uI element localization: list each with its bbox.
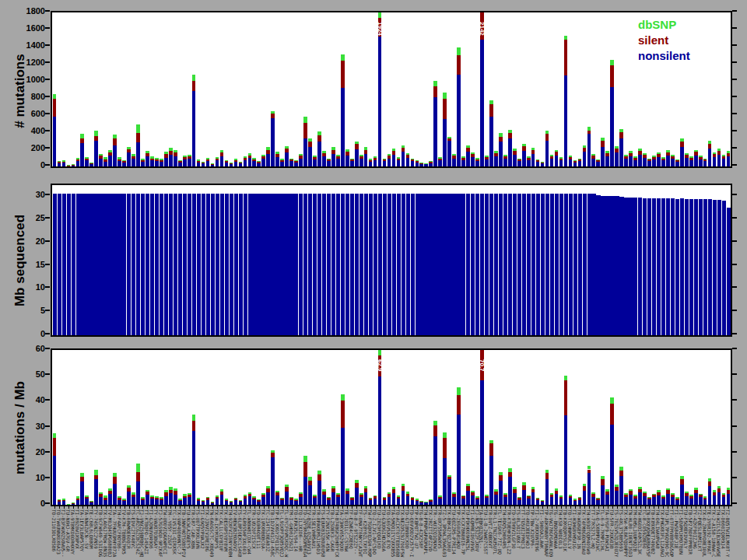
bar-segment — [345, 156, 349, 166]
bar-segment — [202, 501, 205, 502]
bar-segment — [341, 394, 345, 401]
bar-segment — [471, 154, 475, 157]
bar-segment — [220, 156, 224, 166]
x-tick-mark — [491, 505, 492, 509]
bar-segment — [610, 87, 614, 166]
bar-segment — [564, 415, 568, 505]
y-tick-mark — [732, 147, 737, 149]
bar-segment — [402, 145, 405, 148]
bar-segment — [703, 499, 707, 505]
bar-segment — [680, 476, 684, 479]
bar-segment — [266, 488, 270, 492]
bar-segment — [513, 155, 517, 166]
y-tick-mark — [732, 44, 737, 46]
bar-segment — [58, 499, 61, 501]
bar-segment — [299, 492, 303, 494]
bar-segment — [494, 153, 498, 156]
bar-segment — [331, 147, 335, 149]
x-tick-mark — [468, 505, 469, 509]
bar-segment — [374, 160, 377, 166]
bar-segment — [489, 456, 493, 505]
bar-segment — [160, 194, 163, 335]
bar-segment — [234, 194, 238, 335]
bar-segment — [564, 380, 568, 416]
bar-segment — [443, 119, 447, 166]
bar-segment — [419, 163, 423, 164]
bar-segment — [150, 156, 154, 158]
bar-segment — [322, 153, 326, 156]
bar-segment — [555, 494, 559, 505]
bar-segment — [536, 162, 540, 166]
bar-segment — [383, 159, 387, 160]
x-tick-mark — [672, 505, 673, 509]
bar-segment — [443, 99, 447, 119]
bar-segment — [541, 501, 545, 502]
x-tick-mark — [658, 505, 659, 509]
bar-segment — [216, 159, 219, 160]
x-tick-mark — [570, 505, 571, 509]
bar-segment — [596, 162, 600, 166]
x-tick-mark — [184, 505, 185, 509]
bar-segment — [545, 131, 549, 134]
y-tick-mark — [732, 425, 737, 427]
x-tick-mark — [547, 505, 548, 509]
bar-segment — [727, 208, 731, 335]
bar-segment — [289, 161, 293, 166]
bar-segment — [136, 133, 140, 142]
bar-segment — [531, 148, 535, 150]
bar-segment — [150, 495, 154, 497]
bar-segment — [638, 155, 642, 166]
bar-segment — [183, 494, 187, 495]
bar-segment — [661, 495, 665, 497]
x-tick-mark — [677, 505, 678, 509]
bar-segment — [275, 495, 279, 505]
x-tick-mark — [101, 505, 102, 509]
bar-segment — [303, 138, 307, 166]
bar-segment — [596, 160, 600, 162]
x-tick-mark — [710, 505, 710, 509]
bar-segment — [708, 199, 712, 335]
bar-segment — [99, 194, 103, 335]
bar-segment — [694, 199, 698, 335]
bar-segment — [164, 152, 168, 154]
bar-segment — [438, 497, 442, 499]
x-tick-mark — [450, 505, 451, 509]
x-tick-mark — [575, 505, 576, 509]
bar-segment — [216, 160, 219, 166]
bar-segment — [433, 86, 437, 97]
sample-id-label: TO-KPA35LY64-I4 — [294, 509, 298, 551]
bar-segment — [160, 160, 163, 162]
bar-segment — [447, 479, 451, 505]
x-tick-mark — [319, 505, 320, 509]
bar-segment — [694, 493, 698, 505]
bar-segment — [150, 194, 154, 335]
x-tick-mark — [580, 505, 580, 509]
bar-segment — [141, 162, 145, 166]
bar-segment — [541, 194, 545, 335]
bar-segment — [671, 156, 675, 159]
x-tick-mark — [115, 505, 116, 509]
bar-segment — [438, 499, 442, 505]
bar-segment — [652, 159, 656, 166]
y-tick-label: 10 — [12, 282, 45, 292]
bar-segment — [583, 145, 587, 148]
bar-segment — [72, 164, 75, 165]
bar-segment — [424, 164, 428, 166]
bar-segment — [411, 159, 415, 161]
bar-segment — [489, 440, 493, 444]
x-tick-mark — [92, 505, 93, 509]
x-tick-mark — [426, 505, 427, 509]
bar-segment — [550, 497, 554, 505]
bar-segment — [359, 497, 363, 505]
bar-segment — [443, 194, 447, 335]
bar-segment — [675, 499, 679, 500]
x-tick-mark — [106, 505, 107, 509]
bar-segment — [322, 489, 326, 492]
bar-segment — [503, 495, 507, 497]
x-tick-mark — [212, 505, 213, 509]
bar-segment — [555, 488, 559, 491]
bar-segment — [559, 159, 563, 160]
bar-segment — [708, 141, 712, 144]
bar-segment — [727, 490, 731, 494]
bar-segment — [388, 154, 391, 156]
